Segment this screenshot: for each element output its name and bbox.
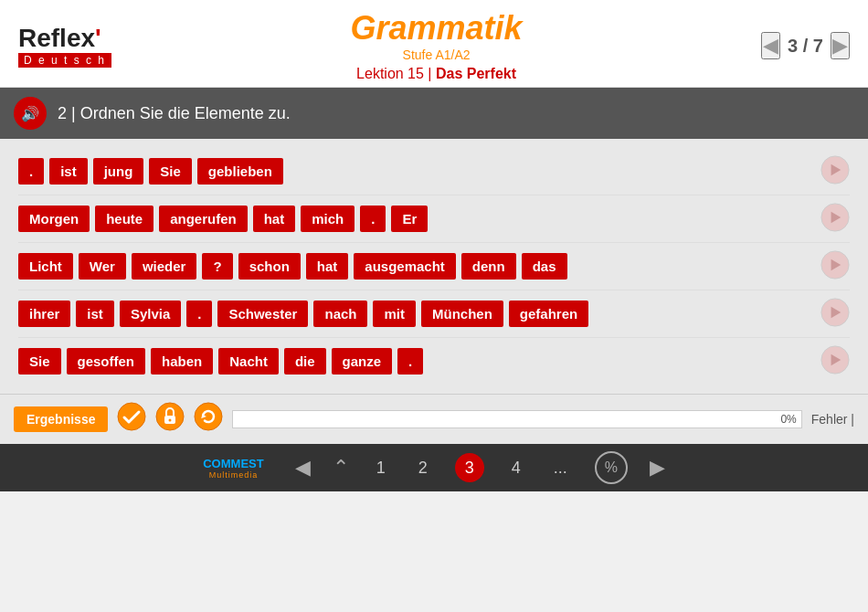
header: Reflex' D e u t s c h Grammatik Stufe A1…	[0, 0, 868, 88]
page-nav: ◀ 3 / 7 ▶	[761, 32, 850, 59]
fehler-label: Fehler |	[811, 412, 854, 427]
word-button[interactable]: hat	[306, 253, 349, 280]
footer-logo: COMMEST Multimedia	[203, 457, 263, 480]
word-button[interactable]: München	[421, 301, 503, 327]
row-submit-arrow-4[interactable]	[820, 298, 850, 330]
page-indicator: 3 / 7	[788, 36, 823, 57]
footer-nav-more[interactable]: ...	[548, 457, 573, 480]
refresh-icon-button[interactable]	[194, 402, 223, 437]
footer-nav-3[interactable]: 3	[455, 453, 484, 482]
bottom-bar: Ergebnisse 0% Fehler |	[0, 394, 868, 444]
word-button[interactable]: .	[360, 206, 386, 232]
word-button[interactable]: .	[397, 348, 423, 375]
word-row-3: LichtWerwieder?schonhatausgemachtdenndas	[18, 243, 850, 290]
word-button[interactable]: gesoffen	[67, 348, 146, 375]
footer-prev-button[interactable]: ◀	[295, 456, 311, 480]
word-button[interactable]: ganze	[332, 348, 393, 375]
word-button[interactable]: denn	[461, 253, 516, 280]
word-button[interactable]: hat	[253, 206, 296, 232]
lesson-label: Lektion 15 | Das Perfekt	[111, 66, 761, 82]
footer-home-button[interactable]: ⌃	[333, 456, 349, 480]
word-button[interactable]: mit	[373, 301, 416, 327]
words-container-5: SiegesoffenhabenNachtdieganze.	[18, 348, 811, 375]
title-center: Grammatik Stufe A1/A2 Lektion 15 | Das P…	[111, 9, 761, 82]
exercise-area: 2 | Ordnen Sie die Elemente zu. .istjung…	[0, 88, 868, 394]
words-container-4: ihreristSylvia.SchwesternachmitMünchenge…	[18, 301, 811, 327]
word-button[interactable]: ist	[49, 158, 88, 185]
word-button[interactable]: Schwester	[217, 301, 308, 327]
progress-text: 0%	[780, 413, 796, 426]
next-page-button[interactable]: ▶	[831, 32, 850, 59]
word-button[interactable]: angerufen	[159, 206, 248, 232]
word-button[interactable]: mich	[301, 206, 355, 232]
word-button[interactable]: Sie	[18, 348, 61, 375]
exercise-header: 2 | Ordnen Sie die Elemente zu.	[0, 88, 868, 139]
word-button[interactable]: .	[18, 158, 44, 185]
word-button[interactable]: .	[186, 301, 212, 327]
word-button[interactable]: geblieben	[197, 158, 283, 185]
app-title: Grammatik	[111, 9, 761, 47]
words-container-3: LichtWerwieder?schonhatausgemachtdenndas	[18, 253, 811, 280]
word-button[interactable]: die	[284, 348, 326, 375]
row-submit-arrow-2[interactable]	[820, 203, 850, 235]
svg-point-10	[118, 403, 145, 430]
footer-nav-2[interactable]: 2	[413, 457, 433, 480]
word-button[interactable]: schon	[238, 253, 301, 280]
lock-icon-button[interactable]	[155, 402, 185, 437]
footer-percent-button[interactable]: %	[595, 451, 628, 484]
footer-next-button[interactable]: ▶	[650, 456, 665, 480]
logo-bottom: D e u t s c h	[18, 53, 111, 68]
words-container-1: .istjungSiegeblieben	[18, 158, 811, 185]
word-button[interactable]: Wer	[79, 253, 126, 280]
word-row-1: .istjungSiegeblieben	[18, 148, 850, 195]
exercise-instruction: 2 | Ordnen Sie die Elemente zu.	[58, 104, 291, 123]
word-row-4: ihreristSylvia.SchwesternachmitMünchenge…	[18, 290, 850, 338]
word-row-5: SiegesoffenhabenNachtdieganze.	[18, 338, 850, 385]
exercise-content: .istjungSiegebliebenMorgenheuteangerufen…	[0, 139, 868, 394]
word-button[interactable]: Licht	[18, 253, 73, 280]
logo-top: Reflex'	[18, 24, 101, 53]
word-button[interactable]: ausgemacht	[354, 253, 456, 280]
logo: Reflex' D e u t s c h	[18, 24, 111, 68]
word-button[interactable]: Sie	[149, 158, 192, 185]
word-button[interactable]: nach	[313, 301, 367, 327]
word-button[interactable]: jung	[93, 158, 144, 185]
word-button[interactable]: gefahren	[509, 301, 588, 327]
word-button[interactable]: haben	[151, 348, 213, 375]
ergebnisse-button[interactable]: Ergebnisse	[14, 406, 108, 432]
footer-nav: COMMEST Multimedia ◀ ⌃ 1 2 3 4 ... % ▶	[0, 444, 868, 491]
word-button[interactable]: heute	[95, 206, 153, 232]
prev-page-button[interactable]: ◀	[761, 32, 780, 59]
word-button[interactable]: das	[522, 253, 567, 280]
progress-bar: 0%	[232, 410, 801, 428]
word-button[interactable]: Sylvia	[120, 301, 181, 327]
footer-nav-4[interactable]: 4	[506, 457, 526, 480]
svg-point-14	[195, 403, 222, 430]
word-button[interactable]: Nacht	[218, 348, 279, 375]
svg-point-13	[169, 419, 172, 422]
word-button[interactable]: wieder	[132, 253, 197, 280]
word-button[interactable]: Er	[391, 206, 428, 232]
check-icon-button[interactable]	[117, 402, 146, 437]
word-button[interactable]: Morgen	[18, 206, 90, 232]
subtitle: Stufe A1/A2	[111, 47, 761, 62]
footer-nav-1[interactable]: 1	[371, 457, 391, 480]
word-button[interactable]: ihrer	[18, 301, 70, 327]
row-submit-arrow-1[interactable]	[820, 155, 850, 187]
word-button[interactable]: ist	[76, 301, 114, 327]
row-submit-arrow-3[interactable]	[820, 250, 850, 282]
sound-button[interactable]	[14, 97, 47, 130]
word-button[interactable]: ?	[202, 253, 232, 280]
word-row-2: Morgenheuteangerufenhatmich.Er	[18, 195, 850, 243]
row-submit-arrow-5[interactable]	[820, 345, 850, 377]
words-container-2: Morgenheuteangerufenhatmich.Er	[18, 206, 811, 232]
